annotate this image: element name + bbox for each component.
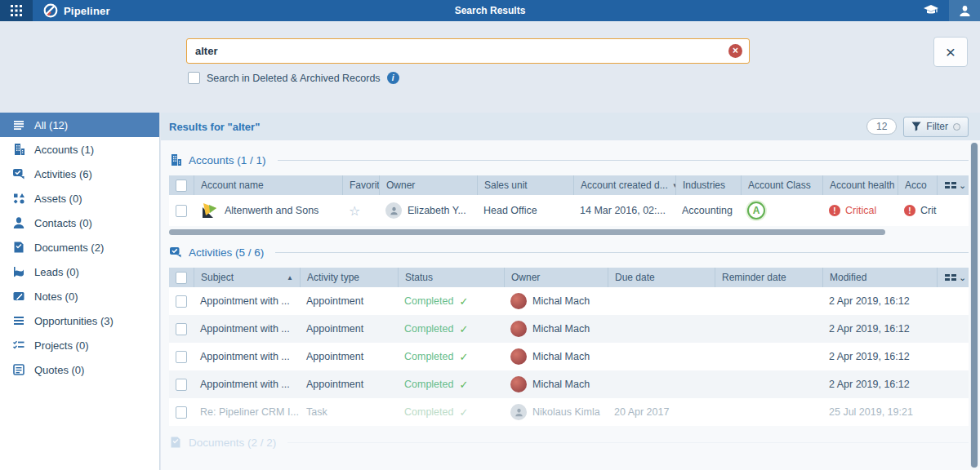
row-checkbox[interactable] xyxy=(176,406,187,419)
sidebar-item-label: Quotes (0) xyxy=(34,364,84,376)
activity-row[interactable]: Appointment with ... Appointment Complet… xyxy=(169,343,969,370)
sidebar-item-projects[interactable]: Projects (0) xyxy=(0,333,159,357)
column-header-acco-truncated[interactable]: Acco xyxy=(898,175,937,195)
activity-owner: Michal Mach xyxy=(532,295,590,307)
activity-row[interactable]: Re: Pipeliner CRM I... Task Completed✓ N… xyxy=(169,398,969,426)
column-header-status[interactable]: Status xyxy=(398,268,504,287)
archived-checkbox[interactable] xyxy=(188,72,200,84)
sidebar-item-label: Activities (6) xyxy=(34,168,92,180)
horizontal-scrollbar xyxy=(169,229,969,235)
column-chooser-button[interactable]: ⌄ xyxy=(945,273,966,282)
activity-owner: Nikolaus Kimla xyxy=(532,406,600,418)
activity-row[interactable]: Appointment with ... Appointment Complet… xyxy=(169,287,969,315)
activity-due-date xyxy=(608,315,715,343)
user-menu-button[interactable] xyxy=(949,0,980,21)
activity-type: Appointment xyxy=(300,343,398,370)
column-header-account-name[interactable]: Account name xyxy=(194,175,342,195)
account-row[interactable]: Altenwerth and Sons ☆ Elizabeth Y... Hea… xyxy=(169,195,969,226)
list-icon xyxy=(12,118,25,131)
column-header-owner[interactable]: Owner xyxy=(379,175,477,195)
row-checkbox[interactable] xyxy=(176,205,187,217)
check-icon: ✓ xyxy=(459,295,468,308)
activity-row[interactable]: Appointment with ... Appointment Complet… xyxy=(169,370,969,398)
clear-search-icon[interactable]: × xyxy=(728,44,742,58)
activity-subject[interactable]: Appointment with ... xyxy=(194,343,300,370)
account-industries: Accounting xyxy=(675,195,741,226)
sidebar-item-opportunities[interactable]: Opportunities (3) xyxy=(0,308,159,333)
account-name[interactable]: Altenwerth and Sons xyxy=(225,205,318,216)
activity-subject[interactable]: Appointment with ... xyxy=(194,370,300,398)
activity-subject[interactable]: Re: Pipeliner CRM I... xyxy=(194,398,300,426)
search-input[interactable] xyxy=(187,45,728,57)
vertical-scrollbar-thumb[interactable] xyxy=(971,143,978,468)
documents-section-header: Documents (2 / 2) xyxy=(169,433,969,451)
close-search-button[interactable]: × xyxy=(933,37,968,67)
column-header-modified[interactable]: Modified xyxy=(822,268,937,287)
owner-avatar xyxy=(510,376,527,392)
owner-avatar xyxy=(510,348,527,365)
activity-row[interactable]: Appointment with ... Appointment Complet… xyxy=(169,315,969,343)
sidebar-item-documents[interactable]: Documents (2) xyxy=(0,235,159,259)
funnel-icon xyxy=(911,122,921,131)
sidebar-item-accounts[interactable]: Accounts (1) xyxy=(0,137,159,162)
sidebar-item-all[interactable]: All (12) xyxy=(0,113,159,137)
sidebar-item-label: Assets (0) xyxy=(34,193,82,205)
column-header-subject[interactable]: Subject▲ xyxy=(194,268,300,287)
activity-status: Completed xyxy=(404,351,453,362)
activity-subject[interactable]: Appointment with ... xyxy=(194,287,300,315)
activity-subject[interactable]: Appointment with ... xyxy=(194,315,300,343)
favorite-star-icon[interactable]: ☆ xyxy=(349,203,360,219)
sidebar-item-leads[interactable]: Leads (0) xyxy=(0,259,159,284)
info-icon[interactable]: i xyxy=(387,72,399,84)
activity-status: Completed xyxy=(404,406,453,418)
contact-person-icon xyxy=(12,216,25,229)
column-header-account-health[interactable]: Account health xyxy=(822,175,898,195)
filter-button[interactable]: Filter xyxy=(903,117,969,137)
horizontal-scrollbar-thumb[interactable] xyxy=(169,229,885,235)
learning-button[interactable] xyxy=(913,0,949,21)
columns-icon xyxy=(945,182,956,188)
row-checkbox[interactable] xyxy=(176,351,187,363)
select-all-checkbox[interactable] xyxy=(176,272,187,284)
row-checkbox[interactable] xyxy=(176,323,187,335)
select-all-checkbox[interactable] xyxy=(176,180,187,192)
search-box: × xyxy=(186,38,750,64)
sidebar-item-notes[interactable]: Notes (0) xyxy=(0,284,159,308)
sidebar-item-assets[interactable]: Assets (0) xyxy=(0,186,159,211)
results-title: Results for "alter" xyxy=(169,121,260,133)
column-header-favorite[interactable]: Favorite xyxy=(342,175,379,195)
account-owner: Elizabeth Y... xyxy=(408,205,466,216)
archived-checkbox-row[interactable]: Search in Deleted & Archived Records i xyxy=(188,72,399,84)
column-header-activity-type[interactable]: Activity type xyxy=(300,268,398,287)
sidebar-item-quotes[interactable]: Quotes (0) xyxy=(0,357,159,382)
sidebar-item-label: Accounts (1) xyxy=(34,144,94,156)
column-header-industries[interactable]: Industries xyxy=(675,175,741,195)
app-name: Pipeliner xyxy=(64,5,110,17)
column-header-account-class[interactable]: Account Class xyxy=(741,175,822,195)
column-header-sales-unit[interactable]: Sales unit xyxy=(477,175,573,195)
column-header-owner[interactable]: Owner xyxy=(504,268,608,287)
result-count-badge: 12 xyxy=(866,118,897,135)
grid-icon xyxy=(11,5,22,16)
search-area: × × Search in Deleted & Archived Records… xyxy=(0,21,980,113)
results-header: Results for "alter" 12 Filter xyxy=(161,113,980,140)
brand[interactable]: Pipeliner xyxy=(43,3,110,18)
activity-type: Appointment xyxy=(300,315,398,343)
column-header-created[interactable]: Account created d...▼ xyxy=(573,175,675,195)
accounts-section-header: Accounts (1 / 1) xyxy=(169,151,969,169)
activity-reminder-date xyxy=(715,343,822,370)
owner-avatar xyxy=(510,321,527,337)
sidebar-item-contacts[interactable]: Contacts (0) xyxy=(0,211,159,235)
sidebar-item-activities[interactable]: Activities (6) xyxy=(0,162,159,186)
sidebar-item-label: Documents (2) xyxy=(34,242,104,254)
row-checkbox[interactable] xyxy=(176,379,187,391)
column-header-reminder-date[interactable]: Reminder date xyxy=(715,268,822,287)
column-header-due-date[interactable]: Due date xyxy=(608,268,715,287)
row-checkbox[interactable] xyxy=(176,295,187,308)
column-chooser-button[interactable]: ⌄ xyxy=(945,181,966,189)
activity-modified: 2 Apr 2019, 16:12 xyxy=(822,315,937,343)
graduation-cap-icon xyxy=(924,5,938,16)
activity-reminder-date xyxy=(715,287,822,315)
activity-type: Task xyxy=(300,398,398,426)
app-launcher-button[interactable] xyxy=(0,0,33,21)
